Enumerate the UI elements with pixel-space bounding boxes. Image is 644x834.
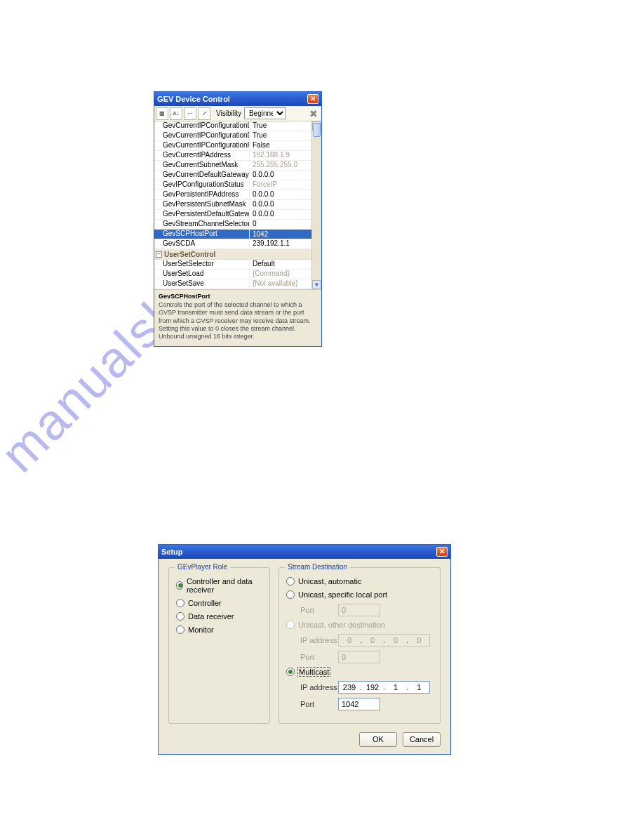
property-name: GevCurrentIPAddress	[154, 151, 250, 160]
unicast-other-port-field: Port	[300, 651, 433, 663]
multicast-ip-field: IP address 239. 192. 1. 1	[300, 681, 433, 694]
property-value: {Command}	[250, 270, 321, 279]
radio-icon[interactable]	[286, 577, 295, 585]
radio-multicast[interactable]: Multicast	[286, 668, 433, 676]
ok-button[interactable]: OK	[359, 732, 397, 747]
radio-icon[interactable]	[176, 581, 183, 590]
port-label: Port	[300, 606, 338, 614]
ip-input[interactable]: 0. 0. 0. 0	[338, 634, 430, 647]
port-input[interactable]	[338, 604, 380, 616]
radio-label: Unicast, other destination	[298, 621, 385, 629]
radio-unicast-automatic[interactable]: Unicast, automatic	[286, 577, 433, 585]
radio-label: Controller and data receiver	[187, 577, 262, 594]
radio-option[interactable]: Monitor	[176, 626, 262, 634]
radio-icon[interactable]	[176, 612, 185, 621]
property-name: GevCurrentSubnetMask	[154, 161, 250, 170]
property-row[interactable]: GevIPConfigurationStatusForceIP	[154, 180, 321, 190]
property-row[interactable]: GevCurrentIPConfigurationPersistentIPFal…	[154, 141, 321, 151]
cancel-button[interactable]: Cancel	[403, 732, 441, 747]
property-name: GevIPConfigurationStatus	[154, 180, 250, 190]
close-button[interactable]: ✕	[307, 94, 318, 104]
property-value: 0.0.0.0	[250, 200, 321, 209]
property-row[interactable]: UserSetSave{Not available}	[154, 279, 321, 289]
radio-option[interactable]: Controller and data receiver	[176, 577, 262, 594]
categorize-icon[interactable]: ▦	[156, 107, 168, 120]
titlebar[interactable]: Setup ✕	[159, 545, 450, 559]
scrollbar-thumb[interactable]	[313, 123, 321, 137]
property-row[interactable]: GevCurrentSubnetMask255.255.255.0	[154, 161, 321, 171]
port-input[interactable]	[338, 651, 380, 663]
property-row[interactable]: GevCurrentDefaultGateway0.0.0.0	[154, 171, 321, 180]
property-name: GevCurrentIPConfigurationDHCP	[154, 131, 250, 140]
port-label: Port	[300, 700, 338, 708]
property-row[interactable]: UserSetLoad{Command}	[154, 270, 321, 279]
radio-icon[interactable]	[286, 668, 295, 676]
property-name: GevPersistentDefaultGateway	[154, 210, 250, 219]
radio-unicast-other[interactable]: Unicast, other destination	[286, 621, 433, 629]
port-input[interactable]	[338, 698, 380, 710]
property-row[interactable]: GevCurrentIPConfigurationDHCPTrue	[154, 131, 321, 141]
category-label: UserSetControl	[164, 251, 215, 258]
property-row[interactable]: GevCurrentIPAddress192.168.1.9	[154, 151, 321, 161]
stream-destination-group: Stream Destination Unicast, automatic Un…	[279, 567, 441, 724]
property-row[interactable]: GevSCDA239.192.1.1	[154, 239, 321, 249]
setup-dialog: Setup ✕ GEvPlayer Role Controller and da…	[158, 544, 451, 755]
vertical-scrollbar[interactable]: ▲ ▼	[311, 121, 321, 289]
radio-label: Unicast, automatic	[298, 577, 361, 585]
ip-label: IP address	[300, 636, 338, 644]
dialog-button-row: OK Cancel	[168, 732, 441, 747]
group-legend: GEvPlayer Role	[175, 563, 230, 571]
property-row[interactable]: GevCurrentIPConfigurationLLATrue	[154, 121, 321, 131]
property-row[interactable]: GevStreamChannelSelector0	[154, 220, 321, 230]
radio-icon[interactable]	[286, 590, 295, 599]
property-value: 0.0.0.0	[250, 210, 321, 219]
description-panel: GevSCPHostPort Controls the port of the …	[154, 289, 321, 346]
close-icon: ✕	[310, 95, 316, 102]
radio-unicast-specific-port[interactable]: Unicast, specific local port	[286, 590, 433, 599]
property-value: 0	[250, 220, 321, 229]
property-value: 0.0.0.0	[250, 190, 321, 199]
visibility-select[interactable]: Beginner	[244, 107, 286, 119]
radio-icon[interactable]	[286, 621, 295, 629]
property-name: GevCurrentIPConfigurationLLA	[154, 121, 250, 131]
collapse-icon[interactable]: −	[156, 251, 162, 258]
radio-label: Monitor	[188, 626, 214, 634]
pin-icon[interactable]: ✖	[307, 107, 320, 120]
radio-option[interactable]: Data receiver	[176, 612, 262, 621]
property-name: GevCurrentIPConfigurationPersistentIP	[154, 141, 250, 150]
property-row[interactable]: GevPersistentSubnetMask0.0.0.0	[154, 200, 321, 210]
property-name: GevCurrentDefaultGateway	[154, 171, 250, 180]
category-row[interactable]: − UserSetControl	[154, 249, 321, 260]
property-row[interactable]: GevPersistentDefaultGateway0.0.0.0	[154, 210, 321, 220]
property-value: Default	[250, 260, 321, 269]
titlebar[interactable]: GEV Device Control ✕	[154, 92, 321, 106]
property-row[interactable]: UserSetSelectorDefault	[154, 260, 321, 270]
radio-label: Unicast, specific local port	[298, 590, 387, 599]
property-name: GevPersistentSubnetMask	[154, 200, 250, 209]
radio-icon[interactable]	[176, 599, 185, 607]
property-value: {Not available}	[250, 279, 321, 289]
ip-input[interactable]: 239. 192. 1. 1	[338, 681, 430, 694]
radio-label: Data receiver	[188, 612, 234, 621]
filter-icon[interactable]: ⋯	[184, 107, 196, 120]
multicast-port-field: Port	[300, 698, 433, 710]
scroll-down-icon[interactable]: ▼	[312, 280, 321, 289]
dialog-body: GEvPlayer Role Controller and data recei…	[159, 559, 450, 754]
property-name: GevSCDA	[154, 239, 250, 249]
sort-icon[interactable]: A↓	[170, 107, 182, 120]
radio-icon[interactable]	[176, 626, 185, 634]
property-name: UserSetSave	[154, 279, 250, 289]
property-name: GevSCPHostPort	[154, 230, 250, 239]
property-row[interactable]: GevSCPHostPort1042▲▼	[154, 230, 321, 239]
property-row[interactable]: GevPersistentIPAddress0.0.0.0	[154, 190, 321, 200]
gev-device-control-window: GEV Device Control ✕ ▦ A↓ ⋯ ⤢ Visibility…	[154, 91, 322, 347]
radio-label: Multicast	[298, 668, 330, 676]
window-title: Setup	[161, 548, 436, 556]
description-title: GevSCPHostPort	[159, 293, 317, 300]
property-value[interactable]: 1042▲▼	[250, 230, 321, 239]
gevplayer-role-group: GEvPlayer Role Controller and data recei…	[168, 567, 270, 724]
expand-icon[interactable]: ⤢	[198, 107, 210, 120]
radio-option[interactable]: Controller	[176, 599, 262, 607]
close-button[interactable]: ✕	[436, 547, 448, 557]
group-legend: Stream Destination	[285, 563, 350, 571]
